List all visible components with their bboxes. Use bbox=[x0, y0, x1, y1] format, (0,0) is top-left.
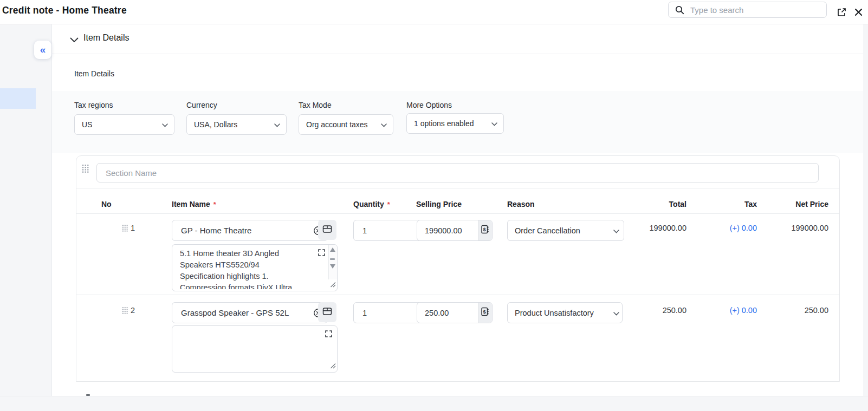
credit-note-screen: Credit note - Home Theatre « Item Detail… bbox=[0, 0, 868, 411]
selling-price-input[interactable] bbox=[417, 303, 478, 323]
currency-value: USA, Dollars bbox=[194, 120, 237, 129]
col-reason: Reason bbox=[507, 200, 535, 208]
tax-mode-value: Org account taxes bbox=[306, 120, 368, 129]
item-details-section-header[interactable]: Item Details bbox=[60, 28, 863, 54]
collapse-sidebar-button[interactable]: « bbox=[34, 41, 51, 59]
open-in-new-icon[interactable] bbox=[837, 7, 847, 17]
chevron-down-icon bbox=[162, 120, 168, 129]
required-marker: * bbox=[387, 200, 390, 208]
section-name-field[interactable] bbox=[96, 163, 819, 182]
table-header: No Item Name* Quantity* Selling Price Re… bbox=[76, 188, 839, 214]
reason-value: Order Cancellation bbox=[515, 226, 580, 235]
scrollbar-thumb[interactable] bbox=[330, 258, 335, 260]
more-options-select[interactable]: 1 options enabled bbox=[406, 113, 504, 134]
reason-select[interactable]: Product Unsatisfactory bbox=[507, 302, 623, 323]
section-title: Item Details bbox=[83, 33, 129, 43]
row-drag-handle[interactable]: 2 bbox=[122, 306, 135, 315]
col-no: No bbox=[101, 200, 112, 208]
item-picker-button[interactable] bbox=[318, 302, 336, 322]
table-row: 1 $ Order Cancellation bbox=[76, 214, 839, 295]
item-description-text bbox=[180, 329, 318, 370]
quantity-field[interactable] bbox=[353, 302, 423, 323]
close-icon[interactable] bbox=[854, 8, 863, 16]
tax-link[interactable]: (+) 0.00 bbox=[730, 224, 757, 232]
chevron-down-icon bbox=[274, 120, 280, 129]
required-marker: * bbox=[213, 200, 216, 208]
item-description-box[interactable] bbox=[172, 325, 338, 373]
section-name-input[interactable] bbox=[105, 168, 811, 178]
item-picker-button[interactable] bbox=[318, 220, 336, 240]
divider bbox=[52, 54, 863, 54]
resize-grip-icon[interactable] bbox=[330, 280, 336, 290]
net-price-value: 199000.00 bbox=[791, 224, 828, 232]
item-description-box[interactable]: 5.1 Home theater 3D Angled Speakers HTS5… bbox=[172, 244, 338, 291]
item-name-input[interactable] bbox=[180, 308, 313, 318]
item-name-field[interactable] bbox=[172, 302, 328, 323]
chevron-down-icon bbox=[613, 308, 619, 318]
selling-price-input[interactable] bbox=[417, 220, 478, 240]
selling-price-group: $ bbox=[417, 302, 493, 323]
row-drag-handle[interactable]: 1 bbox=[122, 224, 135, 232]
search-input[interactable] bbox=[689, 5, 821, 15]
col-quantity: Quantity* bbox=[353, 200, 390, 208]
page-title: Credit note - Home Theatre bbox=[2, 5, 127, 16]
quantity-input[interactable] bbox=[361, 308, 414, 318]
dollar-book-icon: $ bbox=[481, 307, 490, 318]
price-list-button[interactable]: $ bbox=[478, 220, 492, 240]
net-price-value: 250.00 bbox=[805, 306, 828, 315]
chevron-down-icon bbox=[491, 119, 497, 128]
search-icon bbox=[675, 5, 684, 15]
tax-link[interactable]: (+) 0.00 bbox=[730, 306, 757, 315]
currency-select[interactable]: USA, Dollars bbox=[186, 114, 287, 135]
item-description-text: 5.1 Home theater 3D Angled Speakers HTS5… bbox=[180, 248, 318, 289]
col-total: Total bbox=[669, 200, 686, 208]
svg-text:$: $ bbox=[483, 309, 487, 315]
tax-mode-label: Tax Mode bbox=[299, 101, 332, 109]
items-card: No Item Name* Quantity* Selling Price Re… bbox=[76, 155, 840, 382]
box-icon bbox=[322, 307, 332, 318]
item-name-input[interactable] bbox=[180, 225, 313, 236]
quantity-input[interactable] bbox=[361, 226, 414, 236]
textarea-scrollbar[interactable] bbox=[328, 245, 337, 279]
col-selling-price: Selling Price bbox=[416, 200, 462, 208]
expand-icon[interactable] bbox=[325, 330, 332, 340]
dollar-book-icon: $ bbox=[481, 225, 490, 236]
quantity-field[interactable] bbox=[353, 220, 423, 241]
box-icon bbox=[322, 225, 332, 236]
sidebar-highlight[interactable] bbox=[0, 88, 36, 109]
chevron-down-icon bbox=[70, 35, 79, 45]
bottom-strip bbox=[0, 396, 868, 411]
table-row: 2 $ Product Unsatisfactory bbox=[76, 295, 839, 382]
tax-mode-select[interactable]: Org account taxes bbox=[299, 114, 393, 135]
total-value: 199000.00 bbox=[649, 224, 686, 232]
resize-grip-icon[interactable] bbox=[330, 361, 336, 371]
col-tax: Tax bbox=[744, 200, 757, 208]
double-chevron-left-icon: « bbox=[40, 44, 46, 56]
tax-regions-label: Tax regions bbox=[74, 101, 113, 109]
left-sidebar bbox=[0, 24, 52, 411]
col-item-name: Item Name* bbox=[172, 200, 216, 208]
expand-icon[interactable] bbox=[318, 249, 325, 258]
top-bar: Credit note - Home Theatre bbox=[0, 0, 868, 24]
panel-label: Item Details bbox=[74, 69, 114, 78]
row-number: 1 bbox=[131, 224, 135, 232]
price-list-button[interactable]: $ bbox=[478, 303, 492, 323]
chevron-down-icon bbox=[381, 120, 387, 129]
drag-handle-icon[interactable] bbox=[82, 165, 89, 175]
item-name-field[interactable] bbox=[172, 220, 328, 241]
chevron-down-icon bbox=[613, 226, 619, 236]
section-name-row bbox=[76, 156, 839, 188]
col-net-price: Net Price bbox=[795, 200, 828, 208]
right-gutter bbox=[863, 24, 868, 411]
scroll-down-icon[interactable] bbox=[330, 264, 335, 269]
search-box[interactable] bbox=[668, 2, 827, 18]
more-options-label: More Options bbox=[406, 101, 452, 109]
reason-select[interactable]: Order Cancellation bbox=[507, 220, 624, 241]
tax-regions-select[interactable]: US bbox=[74, 114, 174, 135]
total-value: 250.00 bbox=[663, 306, 686, 315]
reason-value: Product Unsatisfactory bbox=[515, 309, 594, 317]
scroll-up-icon[interactable] bbox=[330, 247, 335, 252]
row-number: 2 bbox=[131, 306, 135, 315]
tax-regions-value: US bbox=[82, 120, 92, 129]
more-options-value: 1 options enabled bbox=[414, 119, 474, 128]
